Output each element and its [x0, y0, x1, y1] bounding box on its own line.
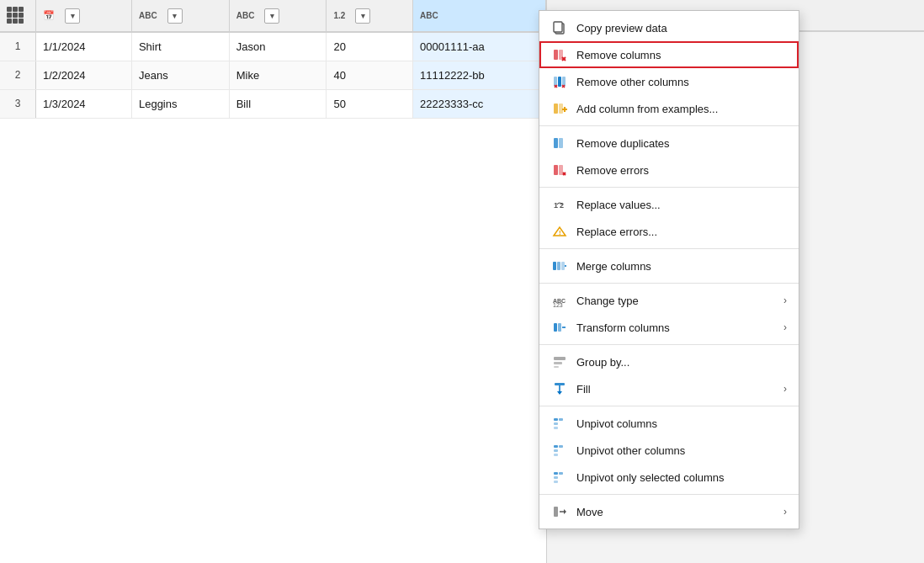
menu-item-remove-duplicates[interactable]: Remove duplicates — [539, 130, 799, 157]
svg-marker-40 — [557, 391, 562, 395]
menu-separator — [539, 406, 799, 406]
svg-rect-19 — [554, 165, 558, 175]
menu-item-fill[interactable]: Fill› — [539, 375, 799, 402]
svg-rect-53 — [554, 507, 558, 517]
menu-label-merge-columns: Merge columns — [576, 260, 787, 273]
menu-item-merge-columns[interactable]: Merge columns — [539, 252, 799, 279]
svg-rect-36 — [554, 362, 562, 364]
svg-rect-42 — [559, 418, 563, 421]
menu-item-add-column-examples[interactable]: Add column from examples... — [539, 95, 799, 122]
table-row: 11/1/2024ShirtJason2000001111-aa — [0, 32, 546, 61]
col-header-units[interactable]: 1.2 ▾ — [327, 0, 413, 32]
menu-item-unpivot-selected-columns[interactable]: Unpivot only selected columns — [539, 464, 799, 491]
svg-rect-44 — [554, 427, 558, 429]
svg-marker-55 — [564, 509, 566, 514]
menu-label-remove-other-columns: Remove other columns — [576, 76, 787, 88]
svg-rect-1 — [554, 22, 562, 32]
menu-separator — [539, 125, 799, 126]
date-dropdown-btn[interactable]: ▾ — [65, 8, 80, 24]
row-number: 2 — [0, 61, 36, 89]
svg-rect-17 — [554, 138, 558, 148]
menu-item-unpivot-other-columns[interactable]: Unpivot other columns — [539, 437, 799, 464]
menu-separator — [539, 187, 799, 188]
cell-salesperson: Jason — [229, 32, 327, 61]
menu-label-fill: Fill — [576, 383, 775, 396]
cell-date: 1/2/2024 — [36, 61, 132, 89]
svg-rect-43 — [554, 422, 558, 425]
cell-units: 20 — [327, 32, 413, 61]
submenu-arrow-icon: › — [783, 295, 787, 306]
svg-text:!: ! — [559, 229, 561, 236]
svg-rect-49 — [554, 472, 558, 475]
svg-rect-20 — [559, 165, 563, 175]
grid-icon — [7, 7, 25, 25]
cell-guid: 11112222-bb — [413, 61, 546, 89]
menu-separator — [539, 494, 799, 495]
replace-icon: 12 — [551, 196, 568, 213]
submenu-arrow-icon: › — [783, 321, 787, 333]
svg-rect-28 — [561, 262, 565, 270]
svg-rect-33 — [558, 323, 561, 332]
menu-label-replace-values: Replace values... — [576, 199, 787, 211]
context-menu: Copy preview dataRemove columnsRemove ot… — [539, 10, 799, 529]
submenu-arrow-icon: › — [783, 506, 787, 518]
svg-rect-7 — [558, 77, 561, 87]
cell-guid: 22223333-cc — [413, 89, 546, 118]
remove-col-icon — [551, 46, 568, 63]
menu-label-remove-columns: Remove columns — [576, 49, 787, 61]
submenu-arrow-icon: › — [783, 383, 787, 395]
cell-date: 1/3/2024 — [36, 89, 132, 118]
menu-label-copy-preview: Copy preview data — [576, 22, 787, 35]
menu-label-replace-errors: Replace errors... — [576, 226, 787, 238]
remove-err-icon — [551, 162, 568, 178]
menu-separator — [539, 248, 799, 249]
cell-units: 50 — [327, 89, 413, 118]
svg-rect-38 — [555, 383, 565, 385]
svg-rect-2 — [554, 50, 558, 60]
svg-rect-50 — [559, 472, 563, 475]
col-header-product[interactable]: ABC ▾ — [131, 0, 229, 32]
col-header-guid[interactable]: ABC — [413, 0, 546, 32]
cell-salesperson: Bill — [229, 89, 327, 118]
product-dropdown-btn[interactable]: ▾ — [167, 8, 183, 24]
svg-rect-47 — [554, 449, 558, 452]
cell-product: Shirt — [131, 32, 229, 61]
svg-rect-32 — [554, 323, 557, 332]
replace-err-icon: ! — [551, 223, 568, 240]
menu-separator — [539, 344, 799, 345]
menu-item-change-type[interactable]: ABC123Change type› — [539, 287, 799, 314]
remove-dup-icon — [551, 135, 568, 151]
col-header-date[interactable]: 📅 ▾ — [36, 0, 132, 32]
unpivot-icon — [551, 415, 568, 432]
cell-date: 1/1/2024 — [36, 32, 132, 61]
col-header-salesperson[interactable]: ABC ▾ — [229, 0, 327, 32]
menu-item-group-by[interactable]: Group by... — [539, 348, 799, 375]
menu-item-unpivot-columns[interactable]: Unpivot columns — [539, 410, 799, 437]
menu-label-unpivot-other-columns: Unpivot other columns — [576, 444, 787, 457]
menu-item-remove-other-columns[interactable]: Remove other columns — [539, 68, 799, 95]
menu-item-replace-errors[interactable]: !Replace errors... — [539, 218, 799, 245]
menu-label-remove-errors: Remove errors — [576, 164, 787, 177]
menu-label-add-column-examples: Add column from examples... — [576, 103, 787, 115]
menu-item-transform-columns[interactable]: Transform columns› — [539, 314, 799, 341]
svg-rect-18 — [559, 138, 563, 148]
units-type-icon: 1.2 — [333, 11, 345, 20]
svg-rect-27 — [557, 262, 560, 270]
transform-icon — [551, 319, 568, 336]
svg-rect-48 — [554, 454, 558, 456]
cell-product: Leggins — [131, 89, 229, 118]
unpivot-icon — [551, 469, 568, 486]
menu-item-replace-values[interactable]: 12Replace values... — [539, 191, 799, 218]
salesperson-dropdown-btn[interactable]: ▾ — [264, 8, 279, 24]
table-row: 21/2/2024JeansMike4011112222-bb — [0, 61, 546, 89]
data-table: 📅 ▾ ABC ▾ ABC ▾ — [0, 0, 546, 119]
row-number: 3 — [0, 89, 36, 118]
menu-item-remove-columns[interactable]: Remove columns — [539, 41, 799, 68]
svg-rect-46 — [559, 445, 563, 448]
units-dropdown-btn[interactable]: ▾ — [355, 8, 370, 24]
menu-item-remove-errors[interactable]: Remove errors — [539, 157, 799, 183]
menu-item-move[interactable]: Move› — [539, 498, 799, 525]
svg-rect-52 — [554, 481, 558, 483]
menu-item-copy-preview[interactable]: Copy preview data — [539, 14, 799, 41]
svg-rect-37 — [554, 366, 559, 368]
